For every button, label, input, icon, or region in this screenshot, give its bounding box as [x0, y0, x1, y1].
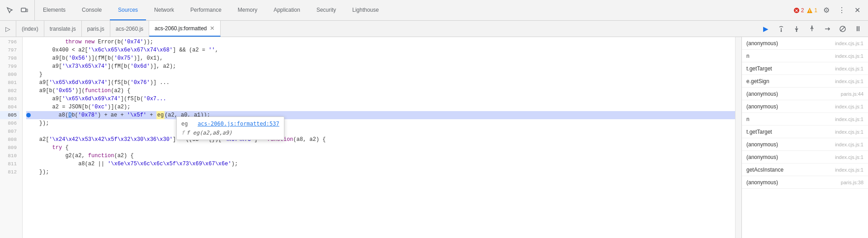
tab-console[interactable]: Console	[74, 0, 110, 20]
line-num: 812	[0, 168, 19, 176]
debugger-controls: ▶ ⏸	[756, 23, 868, 35]
devtools-toolbar: Elements Console Sources Network Perform…	[0, 0, 868, 21]
line-num: 798	[0, 54, 19, 62]
file-tab-paris[interactable]: paris.js	[82, 21, 110, 37]
code-line-796: throw new Error(b('0x74'));	[26, 38, 735, 46]
line-num: 806	[0, 119, 19, 127]
more-icon[interactable]: ⋮	[835, 4, 848, 17]
tooltip-link[interactable]: acs-2060.js:formatted:537	[198, 121, 279, 127]
line-numbers: 796 797 798 799 800 801 802 803 804 805 …	[0, 37, 23, 238]
file-tab-translate[interactable]: translate.js	[44, 21, 82, 37]
resume-icon[interactable]: ▶	[760, 23, 772, 35]
file-tab-index[interactable]: (index)	[16, 21, 44, 37]
code-line-805: a8(Db('0x78') + ae + '\x5f' + eg(a2, a0,…	[26, 111, 735, 119]
close-icon[interactable]: ✕	[851, 4, 863, 17]
tooltip-line2: ff eg(a2,a8,a9)	[181, 129, 279, 137]
line-num: 809	[0, 144, 19, 152]
line-num: 797	[0, 46, 19, 54]
code-line-802: a9[b('0x65')](function(a2) {	[26, 87, 735, 95]
call-stack-item[interactable]: n index.cjs.js:1	[742, 113, 868, 126]
line-num: 796	[0, 38, 19, 46]
code-line-797: 0x400 < a2['\x6c\x65\x6e\x67\x74\x68'] &…	[26, 46, 735, 54]
file-tab-acs2060[interactable]: acs-2060.js	[110, 21, 149, 37]
main-content: 796 797 798 799 800 801 802 803 804 805 …	[0, 37, 868, 238]
tab-lighthouse[interactable]: Lighthouse	[344, 0, 387, 20]
call-stack-item[interactable]: (anonymous) index.cjs.js:1	[742, 37, 868, 50]
call-stack-item[interactable]: (anonymous) index.cjs.js:1	[742, 151, 868, 163]
call-stack-item[interactable]: getAcsInstance index.cjs.js:1	[742, 163, 868, 176]
code-line-812: });	[26, 168, 735, 176]
svg-text:✕: ✕	[795, 9, 798, 13]
svg-text:!: !	[809, 9, 811, 13]
code-line-800: }	[26, 70, 735, 79]
tooltip-prefix: eg	[181, 121, 188, 127]
call-stack-item[interactable]: (anonymous) paris.js:44	[742, 88, 868, 100]
call-stack-item[interactable]: (anonymous) index.cjs.js:1	[742, 138, 868, 151]
call-stack-item[interactable]: (anonymous) paris.js:38	[742, 176, 868, 189]
tooltip-signature: f eg(a2,a8,a9)	[186, 130, 232, 136]
nav-tabs: Elements Console Sources Network Perform…	[35, 0, 789, 20]
inspect-icon[interactable]	[4, 4, 16, 17]
line-num: 800	[0, 70, 19, 79]
file-tab-acs2060-formatted[interactable]: acs-2060.js:formatted ✕	[149, 21, 220, 37]
step-over-icon[interactable]	[775, 23, 788, 35]
step-into-icon[interactable]	[790, 23, 803, 35]
line-num: 801	[0, 79, 19, 87]
code-editor[interactable]: 796 797 798 799 800 801 802 803 804 805 …	[0, 37, 741, 238]
tab-application[interactable]: Application	[265, 0, 308, 20]
line-num: 810	[0, 152, 19, 160]
panel-toggle[interactable]: ▷	[0, 21, 16, 37]
call-stack-item[interactable]: t.getTarget index.cjs.js:1	[742, 62, 868, 75]
line-num: 811	[0, 160, 19, 168]
close-tab-icon[interactable]: ✕	[210, 25, 215, 32]
warn-badge[interactable]: ! 1	[807, 7, 817, 14]
call-stack-item[interactable]: n index.cjs.js:1	[742, 50, 868, 62]
tab-sources[interactable]: Sources	[110, 0, 146, 20]
code-line-808: a2['\x24\x42\x53\x42\x5f\x32\x30\x36\x30…	[26, 135, 735, 144]
scrollbar[interactable]	[735, 37, 741, 238]
svg-point-8	[811, 25, 813, 27]
code-line-801: a9['\x65\x6d\x69\x74'](fS[b('0x76')] ...	[26, 79, 735, 87]
code-lines: 796 797 798 799 800 801 802 803 804 805 …	[0, 37, 741, 238]
code-line-806: });	[26, 119, 735, 127]
file-tab-label: acs-2060.js:formatted	[155, 25, 207, 32]
code-line-807	[26, 127, 735, 135]
code-content: throw new Error(b('0x74')); 0x400 < a2['…	[23, 37, 735, 238]
tab-security[interactable]: Security	[308, 0, 344, 20]
toolbar-right: ✕ 2 ! 1 ⚙ ⋮ ✕	[789, 4, 868, 17]
call-stack-item[interactable]: t.getTarget index.cjs.js:1	[742, 126, 868, 138]
call-stack-item[interactable]: e.getSign index.cjs.js:1	[742, 75, 868, 88]
step-out-icon[interactable]	[806, 23, 818, 35]
step-icon[interactable]	[821, 23, 834, 35]
code-line-804: a2 = JSON[b('0xc')](a2);	[26, 103, 735, 111]
code-line-811: a8(a2 || '\x6e\x75\x6c\x6c\x5f\x73\x69\x…	[26, 160, 735, 168]
code-line-799: a9['\x73\x65\x74'](fM[b('0x6d')], a2);	[26, 62, 735, 70]
tooltip-popup: eg acs-2060.js:formatted:537 ff eg(a2,a8…	[176, 117, 284, 140]
code-line-810: g2(a2, function(a2) {	[26, 152, 735, 160]
error-badge[interactable]: ✕ 2	[793, 7, 804, 14]
call-stack-item[interactable]: (anonymous) index.cjs.js:1	[742, 100, 868, 113]
device-toolbar-icon[interactable]	[18, 4, 31, 17]
code-line-798: a9[b('0x56')](fM[b('0x75')], 0x1),	[26, 54, 735, 62]
code-line-809: try {	[26, 144, 735, 152]
tab-performance[interactable]: Performance	[182, 0, 230, 20]
toolbar-right-icons: ⚙ ⋮ ✕	[820, 4, 863, 17]
pause-on-exception-icon[interactable]: ⏸	[852, 23, 864, 35]
call-stack-list: (anonymous) index.cjs.js:1 n index.cjs.j…	[742, 37, 868, 238]
tab-memory[interactable]: Memory	[230, 0, 265, 20]
warn-count: 1	[814, 7, 817, 14]
svg-point-7	[796, 30, 797, 32]
tab-elements[interactable]: Elements	[35, 0, 74, 20]
deactivate-breakpoints-icon[interactable]	[836, 23, 849, 35]
code-line-803: a9['\x65\x6d\x69\x74'](fS[b('0x7...	[26, 95, 735, 103]
file-tabs-bar: ▷ (index) translate.js paris.js acs-2060…	[0, 21, 868, 37]
tab-network[interactable]: Network	[146, 0, 182, 20]
settings-icon[interactable]: ⚙	[820, 4, 833, 17]
tooltip-line1: eg acs-2060.js:formatted:537	[181, 120, 279, 128]
right-panel: (anonymous) index.cjs.js:1 n index.cjs.j…	[741, 37, 868, 238]
line-num: 799	[0, 62, 19, 70]
svg-point-6	[781, 30, 782, 32]
line-num: 803	[0, 95, 19, 103]
svg-line-10	[840, 27, 845, 31]
toolbar-left-icons	[0, 0, 35, 20]
